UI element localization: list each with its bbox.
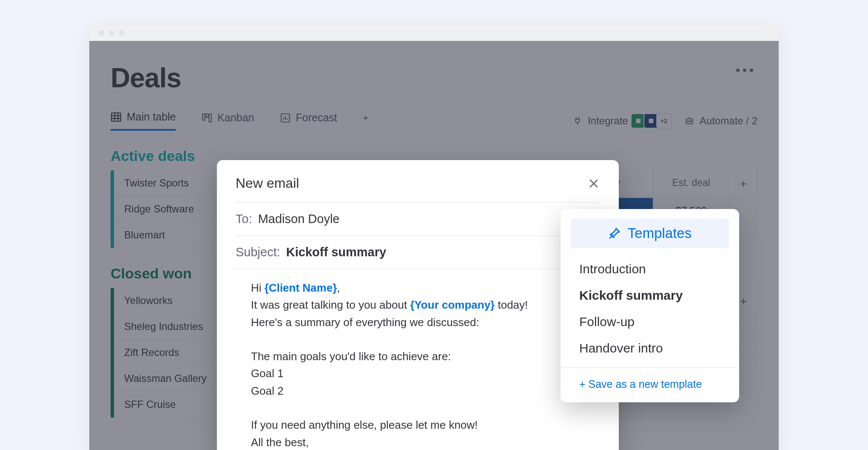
body-text: If you need anything else, please let me… (251, 416, 600, 433)
template-item-follow-up[interactable]: Follow-up (571, 309, 729, 335)
window-control-dot (99, 30, 104, 36)
to-label: To: (236, 212, 252, 226)
body-text: All the best, (251, 434, 600, 450)
email-to-row[interactable]: To: Madison Doyle (236, 203, 600, 236)
body-text: today! (495, 298, 528, 311)
window-control-dot (119, 30, 125, 36)
stage: Deals Main table Kanban (0, 0, 868, 450)
email-body[interactable]: Hi {Client Name}, It was great talking t… (236, 269, 600, 450)
close-icon[interactable] (587, 177, 600, 190)
browser-window: Deals Main table Kanban (89, 25, 779, 450)
window-titlebar (89, 25, 779, 41)
save-as-template-button[interactable]: + Save as a new template (571, 368, 729, 402)
body-text: Goal 1 (251, 365, 600, 382)
modal-title: New email (236, 175, 299, 191)
template-item-introduction[interactable]: Introduction (571, 256, 729, 282)
templates-label: Templates (628, 225, 692, 241)
templates-header[interactable]: Templates (571, 218, 729, 248)
templates-panel: Templates Introduction Kickoff summary F… (561, 209, 739, 402)
body-text: , (337, 281, 340, 294)
body-text: It was great talking to you about (251, 298, 410, 311)
to-value: Madison Doyle (258, 212, 340, 226)
subject-label: Subject: (236, 245, 280, 259)
body-text: The main goals you'd like to achieve are… (251, 348, 600, 365)
body-text: Goal 2 (251, 382, 600, 399)
pin-icon (608, 227, 621, 240)
template-item-kickoff-summary[interactable]: Kickoff summary (571, 282, 729, 309)
body-text: Here's a summary of everything we discus… (251, 314, 600, 331)
new-email-modal: New email To: Madison Doyle Subject: Kic… (217, 160, 619, 450)
placeholder-your-company[interactable]: {Your company} (410, 298, 495, 311)
body-text: Hi (251, 281, 265, 294)
window-control-dot (109, 30, 114, 36)
placeholder-client-name[interactable]: {Client Name} (265, 281, 337, 294)
subject-value: Kickoff summary (286, 245, 386, 259)
template-item-handover-intro[interactable]: Handover intro (571, 335, 729, 361)
app-body: Deals Main table Kanban (89, 41, 779, 450)
email-subject-row[interactable]: Subject: Kickoff summary (236, 236, 600, 269)
